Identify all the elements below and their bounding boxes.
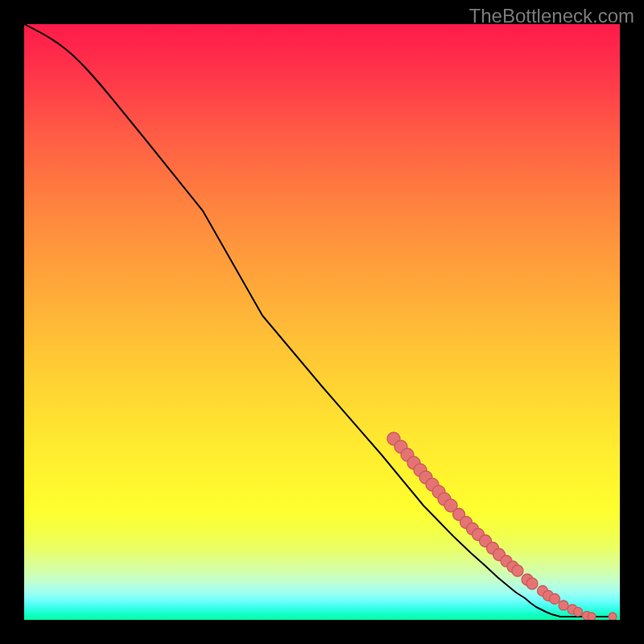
watermark-text: TheBottleneck.com [469, 5, 634, 27]
chart-container: TheBottleneck.com [0, 0, 644, 644]
chart-gradient-background [24, 24, 620, 620]
